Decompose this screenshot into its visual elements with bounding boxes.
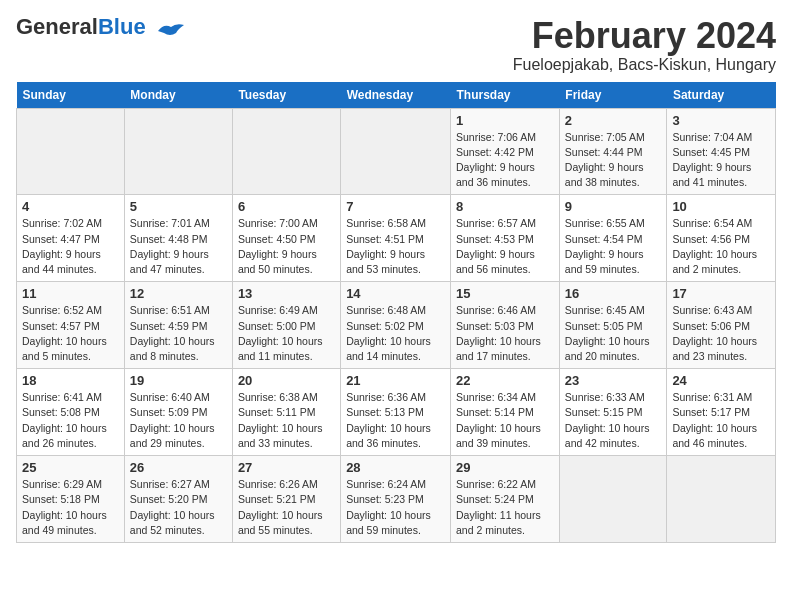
day-cell: 13Sunrise: 6:49 AMSunset: 5:00 PMDayligh…: [232, 282, 340, 369]
day-number: 2: [565, 113, 662, 128]
day-info: Sunrise: 6:55 AMSunset: 4:54 PMDaylight:…: [565, 216, 662, 277]
day-info: Sunrise: 6:41 AMSunset: 5:08 PMDaylight:…: [22, 390, 119, 451]
day-number: 5: [130, 199, 227, 214]
day-info: Sunrise: 6:51 AMSunset: 4:59 PMDaylight:…: [130, 303, 227, 364]
logo-general: General: [16, 14, 98, 39]
day-cell: 24Sunrise: 6:31 AMSunset: 5:17 PMDayligh…: [667, 369, 776, 456]
day-cell: [341, 108, 451, 195]
day-cell: 20Sunrise: 6:38 AMSunset: 5:11 PMDayligh…: [232, 369, 340, 456]
day-number: 16: [565, 286, 662, 301]
day-cell: 15Sunrise: 6:46 AMSunset: 5:03 PMDayligh…: [451, 282, 560, 369]
day-info: Sunrise: 7:04 AMSunset: 4:45 PMDaylight:…: [672, 130, 770, 191]
day-info: Sunrise: 6:34 AMSunset: 5:14 PMDaylight:…: [456, 390, 554, 451]
weekday-header-sunday: Sunday: [17, 82, 125, 109]
day-info: Sunrise: 6:54 AMSunset: 4:56 PMDaylight:…: [672, 216, 770, 277]
day-cell: 6Sunrise: 7:00 AMSunset: 4:50 PMDaylight…: [232, 195, 340, 282]
day-cell: [124, 108, 232, 195]
day-number: 23: [565, 373, 662, 388]
day-info: Sunrise: 6:26 AMSunset: 5:21 PMDaylight:…: [238, 477, 335, 538]
day-info: Sunrise: 6:33 AMSunset: 5:15 PMDaylight:…: [565, 390, 662, 451]
day-info: Sunrise: 6:40 AMSunset: 5:09 PMDaylight:…: [130, 390, 227, 451]
weekday-header-wednesday: Wednesday: [341, 82, 451, 109]
day-number: 21: [346, 373, 445, 388]
day-number: 15: [456, 286, 554, 301]
day-number: 3: [672, 113, 770, 128]
day-number: 27: [238, 460, 335, 475]
logo-blue: Blue: [98, 14, 146, 39]
day-cell: 8Sunrise: 6:57 AMSunset: 4:53 PMDaylight…: [451, 195, 560, 282]
day-number: 9: [565, 199, 662, 214]
day-cell: 11Sunrise: 6:52 AMSunset: 4:57 PMDayligh…: [17, 282, 125, 369]
day-cell: 27Sunrise: 6:26 AMSunset: 5:21 PMDayligh…: [232, 456, 340, 543]
day-number: 28: [346, 460, 445, 475]
day-cell: 3Sunrise: 7:04 AMSunset: 4:45 PMDaylight…: [667, 108, 776, 195]
day-info: Sunrise: 7:01 AMSunset: 4:48 PMDaylight:…: [130, 216, 227, 277]
day-number: 10: [672, 199, 770, 214]
weekday-header-friday: Friday: [559, 82, 667, 109]
day-info: Sunrise: 7:05 AMSunset: 4:44 PMDaylight:…: [565, 130, 662, 191]
weekday-header-row: SundayMondayTuesdayWednesdayThursdayFrid…: [17, 82, 776, 109]
day-number: 11: [22, 286, 119, 301]
day-cell: 2Sunrise: 7:05 AMSunset: 4:44 PMDaylight…: [559, 108, 667, 195]
day-info: Sunrise: 6:43 AMSunset: 5:06 PMDaylight:…: [672, 303, 770, 364]
day-info: Sunrise: 7:02 AMSunset: 4:47 PMDaylight:…: [22, 216, 119, 277]
day-info: Sunrise: 6:29 AMSunset: 5:18 PMDaylight:…: [22, 477, 119, 538]
day-number: 12: [130, 286, 227, 301]
logo-text: GeneralBlue: [16, 14, 152, 39]
calendar-body: 1Sunrise: 7:06 AMSunset: 4:42 PMDaylight…: [17, 108, 776, 542]
day-cell: 4Sunrise: 7:02 AMSunset: 4:47 PMDaylight…: [17, 195, 125, 282]
weekday-header-thursday: Thursday: [451, 82, 560, 109]
logo-bird-icon: [156, 21, 186, 39]
day-cell: [559, 456, 667, 543]
day-info: Sunrise: 6:27 AMSunset: 5:20 PMDaylight:…: [130, 477, 227, 538]
day-number: 4: [22, 199, 119, 214]
week-row-1: 1Sunrise: 7:06 AMSunset: 4:42 PMDaylight…: [17, 108, 776, 195]
day-number: 29: [456, 460, 554, 475]
day-info: Sunrise: 6:36 AMSunset: 5:13 PMDaylight:…: [346, 390, 445, 451]
day-cell: 1Sunrise: 7:06 AMSunset: 4:42 PMDaylight…: [451, 108, 560, 195]
day-cell: 19Sunrise: 6:40 AMSunset: 5:09 PMDayligh…: [124, 369, 232, 456]
day-cell: 16Sunrise: 6:45 AMSunset: 5:05 PMDayligh…: [559, 282, 667, 369]
day-info: Sunrise: 6:24 AMSunset: 5:23 PMDaylight:…: [346, 477, 445, 538]
day-number: 13: [238, 286, 335, 301]
day-cell: 26Sunrise: 6:27 AMSunset: 5:20 PMDayligh…: [124, 456, 232, 543]
weekday-header-saturday: Saturday: [667, 82, 776, 109]
day-cell: [232, 108, 340, 195]
day-cell: 25Sunrise: 6:29 AMSunset: 5:18 PMDayligh…: [17, 456, 125, 543]
day-info: Sunrise: 6:58 AMSunset: 4:51 PMDaylight:…: [346, 216, 445, 277]
day-number: 18: [22, 373, 119, 388]
day-cell: 10Sunrise: 6:54 AMSunset: 4:56 PMDayligh…: [667, 195, 776, 282]
day-number: 7: [346, 199, 445, 214]
day-info: Sunrise: 6:45 AMSunset: 5:05 PMDaylight:…: [565, 303, 662, 364]
day-number: 24: [672, 373, 770, 388]
logo: GeneralBlue: [16, 16, 186, 39]
day-number: 14: [346, 286, 445, 301]
location-title: Fueloepjakab, Bacs-Kiskun, Hungary: [513, 56, 776, 74]
day-info: Sunrise: 7:00 AMSunset: 4:50 PMDaylight:…: [238, 216, 335, 277]
day-cell: [667, 456, 776, 543]
weekday-header-tuesday: Tuesday: [232, 82, 340, 109]
day-number: 25: [22, 460, 119, 475]
page-header: GeneralBlue February 2024 Fueloepjakab, …: [16, 16, 776, 74]
day-info: Sunrise: 6:46 AMSunset: 5:03 PMDaylight:…: [456, 303, 554, 364]
day-cell: 17Sunrise: 6:43 AMSunset: 5:06 PMDayligh…: [667, 282, 776, 369]
day-number: 19: [130, 373, 227, 388]
day-number: 8: [456, 199, 554, 214]
day-cell: 12Sunrise: 6:51 AMSunset: 4:59 PMDayligh…: [124, 282, 232, 369]
day-cell: 9Sunrise: 6:55 AMSunset: 4:54 PMDaylight…: [559, 195, 667, 282]
week-row-5: 25Sunrise: 6:29 AMSunset: 5:18 PMDayligh…: [17, 456, 776, 543]
month-title: February 2024: [513, 16, 776, 56]
day-cell: 28Sunrise: 6:24 AMSunset: 5:23 PMDayligh…: [341, 456, 451, 543]
week-row-4: 18Sunrise: 6:41 AMSunset: 5:08 PMDayligh…: [17, 369, 776, 456]
day-cell: 21Sunrise: 6:36 AMSunset: 5:13 PMDayligh…: [341, 369, 451, 456]
day-info: Sunrise: 7:06 AMSunset: 4:42 PMDaylight:…: [456, 130, 554, 191]
day-cell: [17, 108, 125, 195]
weekday-header-monday: Monday: [124, 82, 232, 109]
title-area: February 2024 Fueloepjakab, Bacs-Kiskun,…: [513, 16, 776, 74]
calendar-table: SundayMondayTuesdayWednesdayThursdayFrid…: [16, 82, 776, 543]
day-number: 17: [672, 286, 770, 301]
day-cell: 18Sunrise: 6:41 AMSunset: 5:08 PMDayligh…: [17, 369, 125, 456]
day-info: Sunrise: 6:31 AMSunset: 5:17 PMDaylight:…: [672, 390, 770, 451]
day-info: Sunrise: 6:38 AMSunset: 5:11 PMDaylight:…: [238, 390, 335, 451]
week-row-3: 11Sunrise: 6:52 AMSunset: 4:57 PMDayligh…: [17, 282, 776, 369]
